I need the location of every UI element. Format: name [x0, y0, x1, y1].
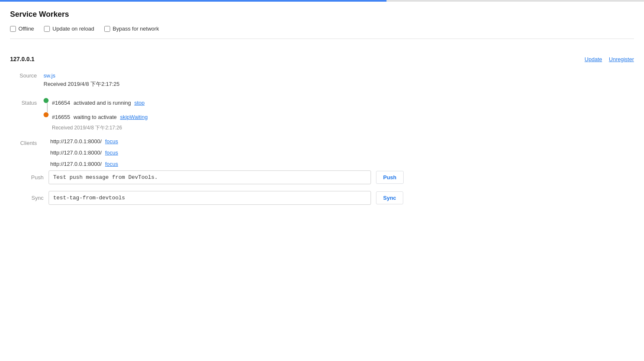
page-title: Service Workers	[10, 10, 634, 19]
status-waiting-content: #16655 waiting to activate skipWaiting R…	[52, 112, 148, 132]
status-dot-orange	[44, 112, 49, 117]
source-label: Source	[10, 72, 44, 79]
status-running-id: #16654	[52, 100, 70, 106]
push-row: Push Push	[10, 170, 634, 184]
worker-host: 127.0.0.1	[10, 56, 34, 62]
list-item: http://127.0.0.1:8000/ focus	[50, 150, 634, 156]
clients-value: http://127.0.0.1:8000/ focus http://127.…	[44, 138, 634, 167]
status-running-line: #16654 activated and is running stop	[52, 98, 144, 108]
client-url-2: http://127.0.0.1:8000/	[50, 150, 102, 156]
offline-label: Offline	[18, 26, 34, 32]
status-dot-column-running	[44, 98, 49, 112]
options-bar: Offline Update on reload Bypass for netw…	[10, 26, 634, 39]
clients-label: Clients	[10, 138, 44, 146]
client-url-3: http://127.0.0.1:8000/	[50, 161, 102, 167]
worker-section: 127.0.0.1 Update Unregister Source sw.js…	[10, 47, 634, 213]
source-file-link[interactable]: sw.js	[44, 72, 55, 79]
source-row: Source sw.js	[10, 72, 634, 79]
received-row: Received 2019/4/8 下午2:17:25	[10, 80, 634, 88]
list-item: http://127.0.0.1:8000/ focus	[50, 161, 634, 167]
worker-header: 127.0.0.1 Update Unregister	[10, 56, 634, 62]
update-on-reload-checkbox[interactable]	[44, 26, 50, 32]
client-url-1: http://127.0.0.1:8000/	[50, 138, 102, 144]
status-running-text: activated and is running	[73, 100, 131, 106]
update-on-reload-checkbox-item[interactable]: Update on reload	[44, 26, 94, 32]
offline-checkbox-item[interactable]: Offline	[10, 26, 34, 32]
sync-input[interactable]	[49, 191, 371, 205]
source-received-text: Received 2019/4/8 下午2:17:25	[44, 81, 119, 87]
status-dot-column-waiting	[44, 112, 49, 117]
bypass-for-network-checkbox-item[interactable]: Bypass for network	[104, 26, 159, 32]
list-item: http://127.0.0.1:8000/ focus	[50, 138, 634, 144]
status-connector	[47, 103, 48, 112]
status-label: Status	[10, 98, 44, 106]
worker-actions: Update Unregister	[585, 56, 634, 62]
offline-checkbox[interactable]	[10, 26, 16, 32]
focus-button-2[interactable]: focus	[105, 150, 118, 156]
status-waiting-received: Received 2019/4/8 下午2:17:26	[52, 124, 148, 132]
push-button[interactable]: Push	[376, 171, 404, 184]
focus-button-1[interactable]: focus	[105, 138, 118, 144]
sync-button[interactable]: Sync	[376, 191, 403, 204]
status-row: Status #16654 activated and is running s…	[10, 98, 634, 132]
focus-button-3[interactable]: focus	[105, 161, 118, 167]
unregister-button[interactable]: Unregister	[609, 56, 634, 62]
clients-list: http://127.0.0.1:8000/ focus http://127.…	[44, 138, 634, 167]
push-input[interactable]	[49, 170, 371, 184]
push-label: Push	[10, 174, 44, 180]
sync-row: Sync Sync	[10, 191, 634, 205]
status-running-entry: #16654 activated and is running stop	[44, 98, 634, 112]
status-waiting-text: waiting to activate	[73, 114, 116, 120]
sync-label: Sync	[10, 195, 44, 201]
update-on-reload-label: Update on reload	[52, 26, 94, 32]
source-value: sw.js	[44, 72, 634, 79]
status-dot-green	[44, 98, 49, 103]
push-sync-section: Push Push Sync Sync	[10, 170, 634, 205]
status-waiting-id: #16655	[52, 114, 70, 120]
clients-row: Clients http://127.0.0.1:8000/ focus htt…	[10, 138, 634, 167]
received-value: Received 2019/4/8 下午2:17:25	[44, 80, 634, 88]
bypass-for-network-checkbox[interactable]	[104, 26, 110, 32]
bypass-for-network-label: Bypass for network	[113, 26, 159, 32]
status-value: #16654 activated and is running stop #16…	[44, 98, 634, 132]
status-waiting-line: #16655 waiting to activate skipWaiting	[52, 112, 148, 122]
status-running-content: #16654 activated and is running stop	[52, 98, 144, 108]
update-button[interactable]: Update	[585, 56, 602, 62]
status-waiting-entry: #16655 waiting to activate skipWaiting R…	[44, 112, 634, 132]
received-spacer	[10, 80, 44, 88]
skip-waiting-button[interactable]: skipWaiting	[120, 114, 148, 120]
stop-button[interactable]: stop	[134, 100, 145, 106]
